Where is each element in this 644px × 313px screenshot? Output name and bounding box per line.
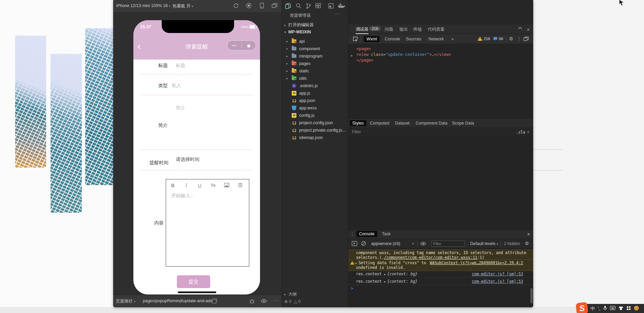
- microphone-icon[interactable]: [603, 306, 607, 312]
- time-picker[interactable]: 请选择时间: [176, 156, 199, 163]
- insert-image-icon[interactable]: [220, 183, 233, 188]
- file-item[interactable]: {..}project.private.config.js...: [282, 127, 349, 134]
- file-item[interactable]: JSconfig.js: [282, 112, 349, 119]
- clear-format-icon[interactable]: Tx: [206, 183, 220, 188]
- file-item[interactable]: {..}sitemap.json: [282, 134, 349, 141]
- expand-arrow-icon[interactable]: ▶: [351, 53, 353, 59]
- file-item[interactable]: {..}project.config.json: [282, 119, 349, 127]
- sidebar-toggle-icon[interactable]: [352, 241, 357, 247]
- intro-textarea[interactable]: 简介: [176, 105, 185, 111]
- styles-filter-input[interactable]: [351, 129, 487, 135]
- log-levels-selector[interactable]: Default levels ▾: [470, 241, 498, 246]
- file-item[interactable]: ▸pages: [282, 60, 349, 67]
- exit-circle-icon[interactable]: ◉: [242, 43, 256, 48]
- docker-whale-icon[interactable]: [337, 3, 345, 10]
- tab-styles[interactable]: Styles: [350, 120, 366, 126]
- tab-network[interactable]: Network: [426, 36, 447, 42]
- tab-scope-data[interactable]: Scope Data: [449, 120, 477, 126]
- tab-dataset[interactable]: Dataset: [392, 120, 412, 126]
- mini-program-capsule[interactable]: ••• ◉: [227, 40, 256, 50]
- sogou-logo-icon[interactable]: S: [576, 302, 588, 313]
- more-dots-icon[interactable]: •••: [227, 44, 242, 47]
- layout-icon[interactable]: [328, 3, 334, 10]
- tab-debugger[interactable]: 调试器: [356, 27, 368, 34]
- console-filter-input[interactable]: [431, 241, 465, 247]
- files-icon[interactable]: [285, 3, 291, 10]
- tab-code-quality[interactable]: 代码质量: [428, 27, 445, 32]
- file-item[interactable]: ▸component: [282, 45, 349, 53]
- submit-button[interactable]: 提交: [177, 275, 210, 288]
- file-item[interactable]: ▸api: [282, 38, 349, 45]
- gear-icon[interactable]: ⚙: [509, 36, 513, 41]
- tab-sources[interactable]: Sources: [403, 36, 424, 42]
- hot-reload-toggle[interactable]: 热重载 开 ▾: [172, 3, 193, 9]
- clear-console-icon[interactable]: [361, 241, 366, 247]
- source-link[interactable]: WASubContext.js?t=we…28496001&v=2.19.4:2: [430, 260, 523, 265]
- kebab-menu-icon[interactable]: ⋮: [517, 36, 521, 41]
- console-warning[interactable]: ▶Setting data field "cross" to WASubCont…: [348, 259, 533, 271]
- console-warning[interactable]: component wxss, including tag name selec…: [348, 249, 533, 261]
- tab-console[interactable]: Console: [382, 36, 403, 42]
- wxml-node[interactable]: <page>: [356, 46, 371, 52]
- device-selector[interactable]: iPhone 12/13 mini 100% 16 ▾: [116, 3, 170, 8]
- console-log-row[interactable]: res.context ▶{context: bg}com-editor.js?…: [348, 278, 533, 285]
- project-root[interactable]: ▾MP-WEIXIN: [284, 30, 311, 34]
- file-item[interactable]: JSapp.js: [282, 90, 349, 97]
- preview-eye-icon[interactable]: [261, 299, 267, 304]
- source-link[interactable]: com-editor.js? [sm]:53: [472, 271, 523, 278]
- copy-icon[interactable]: [212, 299, 216, 304]
- type-picker[interactable]: 私人: [172, 83, 181, 89]
- console-prompt[interactable]: >: [348, 286, 533, 291]
- source-control-icon[interactable]: [306, 3, 311, 10]
- bug-icon[interactable]: [249, 298, 255, 305]
- collapse-chevron-icon[interactable]: [518, 26, 522, 30]
- refresh-icon[interactable]: [233, 3, 239, 9]
- rich-text-editor[interactable]: B I U Tx 开始输入...: [166, 179, 249, 267]
- inspect-element-icon[interactable]: [352, 36, 358, 43]
- keyboard-icon[interactable]: [610, 306, 615, 311]
- drag-handle-icon[interactable]: ⋮: [350, 232, 355, 237]
- file-item[interactable]: ▸static: [282, 67, 349, 75]
- toolbox-grid-icon[interactable]: [626, 306, 631, 311]
- close-icon[interactable]: ×: [527, 231, 530, 237]
- tab-output[interactable]: 输出: [399, 27, 408, 32]
- wxml-node[interactable]: <view class="update-container">…</view>: [356, 52, 451, 58]
- gear-icon[interactable]: ⚙: [525, 241, 529, 246]
- expand-arrow-icon[interactable]: ▶: [384, 273, 386, 276]
- emoji-icon[interactable]: [634, 306, 639, 312]
- tab-terminal[interactable]: 终端: [413, 27, 422, 32]
- source-link[interactable]: com-editor.js? [sm]:53: [472, 278, 523, 285]
- ime-punctuation-toggle[interactable]: ’,: [598, 306, 600, 311]
- source-link[interactable]: /component/com-editor/com-editor.wxss:11: [384, 255, 477, 260]
- title-input[interactable]: 标题: [176, 63, 185, 69]
- bold-icon[interactable]: B: [166, 183, 180, 188]
- cls-toggle[interactable]: .cls: [516, 130, 525, 135]
- open-editors-section[interactable]: ▸打开的编辑器: [284, 22, 314, 28]
- console-log-row[interactable]: res.context ▶{context: bg}com-editor.js?…: [348, 271, 533, 278]
- more-tabs-icon[interactable]: »: [449, 36, 456, 42]
- context-selector[interactable]: appservice (#3): [371, 241, 400, 246]
- file-item[interactable]: .eslintrc.js: [282, 82, 349, 90]
- file-item[interactable]: ▸miniprogram: [282, 53, 349, 60]
- scrollbar-thumb[interactable]: [530, 288, 533, 303]
- file-item[interactable]: app.wxss: [282, 104, 349, 112]
- undock-icon[interactable]: [523, 37, 529, 42]
- multi-window-icon[interactable]: [271, 3, 278, 9]
- expand-arrow-icon[interactable]: ▶: [355, 262, 357, 265]
- ime-language-toggle[interactable]: 中: [590, 306, 595, 312]
- tab-task[interactable]: Task: [379, 231, 393, 237]
- live-expression-eye-icon[interactable]: [420, 242, 426, 247]
- page-path-selector[interactable]: 页面路径 ▾: [116, 299, 135, 304]
- problems-status[interactable]: ⊗ 0 △ 0: [284, 299, 300, 304]
- expand-arrow-icon[interactable]: ▶: [384, 280, 386, 283]
- italic-icon[interactable]: I: [180, 183, 193, 188]
- wxml-node[interactable]: </page>: [356, 58, 374, 63]
- file-item[interactable]: {..}app.json: [282, 97, 349, 104]
- more-dots-icon[interactable]: ···: [335, 11, 340, 16]
- tab-wxml[interactable]: Wxml: [364, 36, 380, 42]
- outline-section[interactable]: ▸大纲: [284, 291, 297, 297]
- more-dots-icon[interactable]: ···: [273, 298, 279, 303]
- underline-icon[interactable]: U: [193, 183, 206, 188]
- close-icon[interactable]: ×: [527, 27, 530, 32]
- tab-console-bottom[interactable]: Console: [356, 231, 377, 237]
